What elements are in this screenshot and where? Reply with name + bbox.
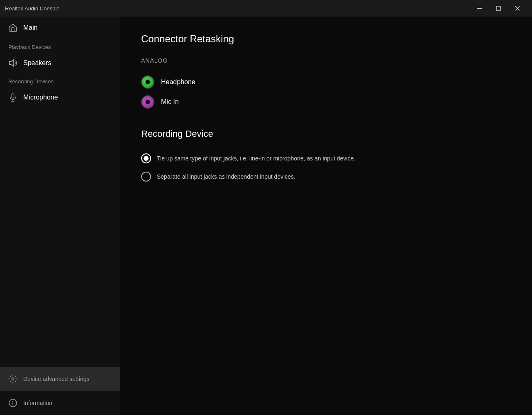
sidebar-item-main[interactable]: Main — [0, 17, 120, 39]
sidebar-item-speakers[interactable]: Speakers — [0, 53, 120, 73]
micin-label: Mic In — [161, 98, 179, 106]
connector-headphone[interactable]: Headphone — [141, 72, 511, 92]
sidebar-item-information[interactable]: Information — [0, 391, 120, 415]
recording-section-label: Recording Devices — [0, 73, 120, 87]
recording-device-title: Recording Device — [141, 129, 511, 139]
connector-micin[interactable]: Mic In — [141, 92, 511, 112]
app-title: Realtek Audio Console — [5, 5, 60, 12]
minimize-icon — [477, 6, 482, 11]
close-button[interactable] — [508, 2, 527, 15]
headphone-label: Headphone — [161, 78, 195, 86]
sidebar-item-device-advanced[interactable]: Device advanced settings — [0, 367, 120, 391]
sidebar: Main Playback Devices Speakers Recording… — [0, 17, 120, 415]
window-controls — [470, 2, 527, 15]
radio-separate-circle — [141, 172, 151, 182]
main-content: Connector Retasking ANALOG Headphone Mic… — [120, 17, 532, 415]
page-title: Connector Retasking — [141, 33, 511, 45]
svg-rect-0 — [477, 8, 482, 9]
gear-icon — [8, 374, 17, 383]
radio-separate[interactable]: Separate all input jacks as independent … — [141, 167, 511, 186]
radio-separate-label: Separate all input jacks as independent … — [157, 173, 295, 180]
headphone-icon — [141, 75, 154, 89]
radio-tie-up-circle — [141, 153, 151, 163]
maximize-icon — [496, 6, 501, 11]
main-label: Main — [23, 24, 38, 32]
app-body: Main Playback Devices Speakers Recording… — [0, 17, 532, 415]
radio-tie-up[interactable]: Tie up same type of input jacks, i.e. li… — [141, 149, 511, 167]
analog-label: ANALOG — [141, 57, 511, 64]
titlebar: Realtek Audio Console — [0, 0, 532, 17]
mic-icon — [8, 93, 17, 102]
svg-rect-5 — [12, 94, 14, 98]
sidebar-bottom: Device advanced settings Information — [0, 367, 120, 415]
close-icon — [515, 6, 520, 11]
information-label: Information — [23, 400, 52, 406]
playback-section-label: Playback Devices — [0, 39, 120, 53]
micin-icon — [141, 95, 154, 109]
info-icon — [8, 398, 17, 408]
sidebar-item-microphone[interactable]: Microphone — [0, 87, 120, 108]
microphone-label: Microphone — [23, 94, 58, 101]
svg-point-8 — [12, 378, 14, 380]
speaker-icon — [8, 58, 17, 68]
svg-marker-4 — [10, 60, 14, 67]
device-advanced-label: Device advanced settings — [23, 376, 90, 382]
svg-rect-1 — [496, 6, 500, 10]
minimize-button[interactable] — [470, 2, 489, 15]
speakers-label: Speakers — [23, 59, 51, 67]
connector-list: Headphone Mic In — [141, 72, 511, 112]
maximize-button[interactable] — [489, 2, 508, 15]
radio-tie-up-label: Tie up same type of input jacks, i.e. li… — [157, 155, 355, 162]
home-icon — [8, 23, 17, 32]
sidebar-main: Main Playback Devices Speakers Recording… — [0, 17, 120, 367]
